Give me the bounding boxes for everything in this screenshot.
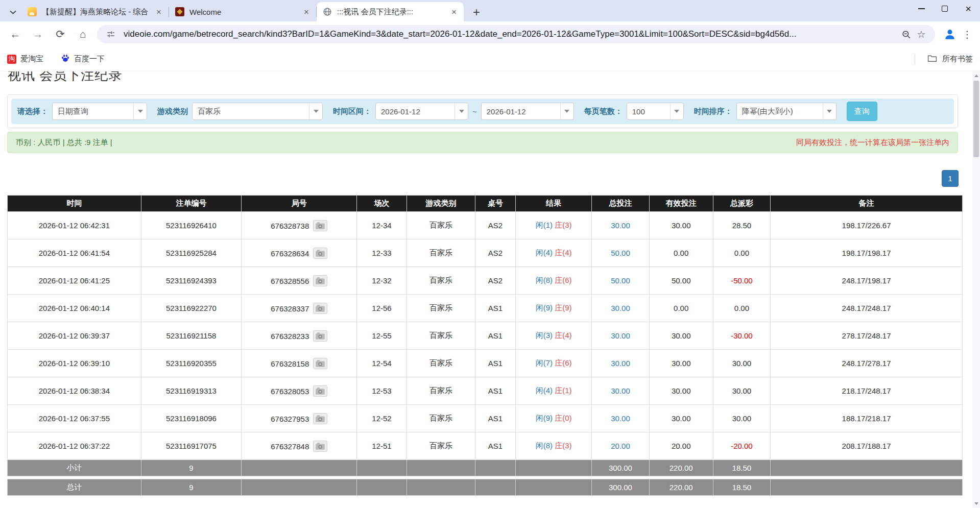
tab-search-chevron-icon[interactable] — [4, 3, 21, 21]
cell-payout: 0.00 — [713, 295, 770, 322]
column-header: 总投注 — [592, 196, 649, 212]
tab-welcome[interactable]: Welcome × — [169, 2, 316, 21]
chevron-down-icon[interactable] — [133, 103, 147, 120]
tilde-separator: ~ — [472, 107, 477, 116]
chevron-down-icon[interactable] — [560, 103, 573, 120]
bookmark-taobao[interactable]: 淘 爱淘宝 — [7, 54, 43, 64]
home-button[interactable]: ⌂ — [71, 23, 94, 45]
cell-note: 198.17/226.67 — [771, 212, 963, 239]
tab-betrecord-active[interactable]: :::视讯 会员下注纪录::: × — [317, 2, 464, 21]
all-bookmarks[interactable]: 所有书签 — [915, 54, 973, 65]
round-number: 676328738 — [271, 221, 309, 230]
total-bet-link[interactable]: 30.00 — [611, 359, 630, 368]
menu-icon[interactable]: ⋮ — [959, 23, 976, 45]
site-info-tune-icon[interactable] — [103, 27, 118, 42]
chevron-down-icon[interactable] — [670, 103, 683, 120]
table-row: 2026-01-12 06:41:54523116925284676328634… — [8, 239, 963, 267]
video-replay-icon[interactable] — [313, 275, 327, 286]
total-bet-link[interactable]: 30.00 — [611, 386, 630, 395]
reload-button[interactable]: ⟳ — [49, 23, 71, 45]
page-1-button[interactable]: 1 — [942, 170, 959, 187]
video-replay-icon[interactable] — [313, 220, 327, 231]
video-replay-icon[interactable] — [313, 413, 327, 424]
tab-forum[interactable]: 【新提醒】海燕策略论坛 - 综合 × — [21, 2, 169, 21]
bookmark-baidu[interactable]: 百度一下 — [61, 54, 105, 64]
video-replay-icon[interactable] — [313, 330, 327, 342]
video-replay-icon[interactable] — [313, 248, 327, 259]
table-row: 2026-01-12 06:38:34523116919313676328053… — [8, 377, 963, 405]
date-start-select[interactable]: 2026-01-12 — [375, 103, 468, 120]
video-replay-icon[interactable] — [313, 303, 327, 314]
search-button[interactable]: 查询 — [847, 102, 877, 121]
round-number: 676327848 — [271, 442, 309, 450]
page-scrollbar[interactable] — [972, 71, 980, 508]
total-bet-link[interactable]: 20.00 — [611, 442, 630, 450]
tab-close-icon[interactable]: × — [154, 8, 163, 16]
game-kind-select[interactable]: 百家乐 — [192, 103, 323, 120]
cell-round: 676328053 — [242, 377, 357, 405]
new-tab-button[interactable]: + — [470, 6, 483, 18]
cell-session: 12-33 — [357, 239, 407, 267]
address-bar[interactable]: videoie.com/game/betrecord_search/kind3?… — [97, 25, 935, 43]
forward-button[interactable]: → — [27, 23, 49, 45]
maximize-button[interactable] — [933, 0, 957, 17]
cell-bet-id: 523116925284 — [141, 239, 241, 267]
close-window-button[interactable]: × — [957, 0, 980, 17]
total-bet-link[interactable]: 30.00 — [611, 221, 630, 230]
cell-result: 闲(8) 庄(6) — [515, 267, 592, 295]
bookmark-star-icon[interactable]: ☆ — [914, 27, 929, 42]
chevron-down-icon[interactable] — [309, 103, 322, 120]
cell-time: 2026-01-12 06:39:10 — [8, 350, 141, 377]
date-end-select[interactable]: 2026-01-12 — [481, 103, 574, 120]
video-replay-icon[interactable] — [313, 441, 327, 452]
round-number: 676328053 — [271, 386, 309, 395]
browser-toolbar: ← → ⟳ ⌂ videoie.com/game/betrecord_searc… — [0, 21, 980, 47]
video-replay-icon[interactable] — [313, 358, 327, 369]
cell-note: 218.17/248.17 — [771, 377, 963, 405]
cell-valid-bet: 30.00 — [649, 405, 713, 432]
total-bet-link[interactable]: 30.00 — [611, 331, 630, 340]
cell-game-kind: 百家乐 — [407, 267, 475, 295]
total-bet-link[interactable]: 50.00 — [611, 276, 630, 285]
table-row: 2026-01-12 06:39:37523116921158676328233… — [8, 322, 963, 350]
page-title: 视讯 会员下注纪录 — [8, 71, 122, 84]
total-bet-link[interactable]: 50.00 — [611, 249, 630, 257]
cell-result: 闲(9) 庄(9) — [515, 295, 592, 322]
result-player: 闲(1) — [536, 221, 553, 229]
scrollbar-up-icon[interactable] — [972, 72, 980, 80]
cell-valid-bet: 30.00 — [649, 350, 713, 377]
cell-game-kind: 百家乐 — [407, 377, 475, 405]
footer-total-bet: 300.00 — [592, 460, 649, 476]
per-page-select[interactable]: 100 — [627, 103, 684, 120]
bookmark-label: 百度一下 — [74, 54, 105, 64]
chevron-down-icon[interactable] — [823, 103, 836, 120]
cell-bet-id: 523116920355 — [141, 350, 241, 377]
scrollbar-down-icon[interactable] — [972, 500, 980, 507]
cell-table-no: AS1 — [475, 295, 516, 322]
cell-table-no: AS2 — [475, 212, 516, 239]
total-bet-link[interactable]: 30.00 — [611, 414, 630, 423]
zoom-icon[interactable] — [898, 27, 914, 42]
tab-close-icon[interactable]: × — [449, 8, 459, 16]
minimize-button[interactable] — [910, 0, 933, 17]
profile-avatar[interactable] — [941, 26, 959, 43]
scrollbar-thumb[interactable] — [973, 81, 979, 157]
cell-total-bet: 30.00 — [592, 350, 649, 377]
total-bet-link[interactable]: 30.00 — [611, 304, 630, 312]
video-replay-icon[interactable] — [313, 385, 327, 397]
cell-bet-id: 523116921158 — [141, 322, 241, 350]
maximize-icon — [942, 6, 948, 12]
cell-table-no: AS1 — [475, 405, 516, 432]
chevron-down-icon[interactable] — [455, 103, 468, 120]
query-kind-select[interactable]: 日期查询 — [52, 103, 147, 120]
sort-select[interactable]: 降幂(由大到小) — [736, 103, 836, 120]
cell-session: 12-53 — [357, 377, 407, 405]
url-text[interactable]: videoie.com/game/betrecord_search/kind3?… — [124, 29, 898, 39]
pagination: 1 — [942, 170, 959, 187]
footer-label: 总计 — [8, 479, 141, 496]
tab-close-icon[interactable]: × — [302, 8, 311, 16]
cell-session: 12-51 — [357, 432, 407, 460]
bookmarks-bar: 淘 爱淘宝 百度一下 所有书签 — [0, 47, 980, 71]
back-button[interactable]: ← — [4, 23, 27, 45]
tab-strip: 【新提醒】海燕策略论坛 - 综合 × Welcome × :::视讯 会员下注纪… — [0, 0, 980, 21]
